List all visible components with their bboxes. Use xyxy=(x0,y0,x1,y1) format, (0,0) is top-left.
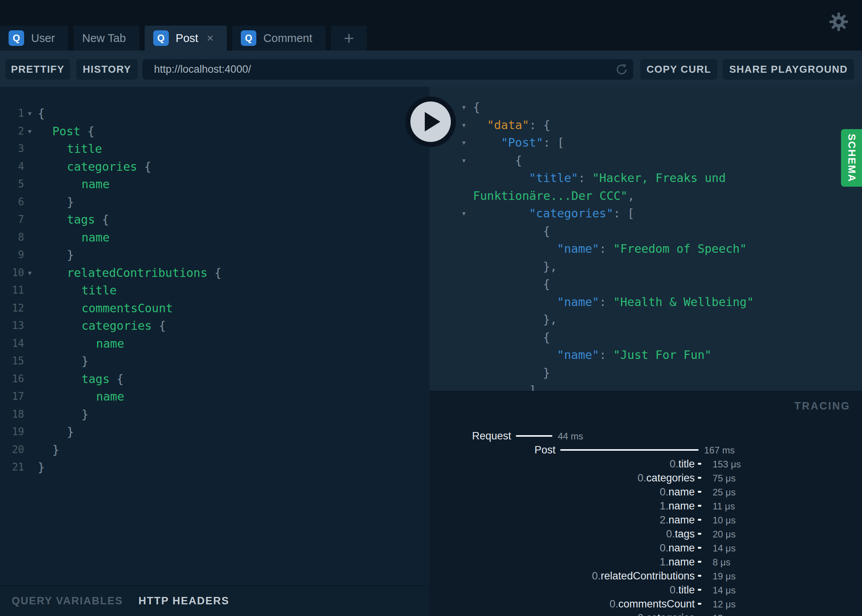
query-line: 19} xyxy=(0,423,429,441)
code-token: tags xyxy=(82,372,110,386)
response-line: Funktionäre...Der CCC", xyxy=(429,187,862,205)
code-token: { xyxy=(543,224,550,238)
operation-type-badge: Q xyxy=(153,30,169,46)
tracing-row: 1.name11 μs xyxy=(429,499,862,513)
fold-arrow-icon[interactable]: ▼ xyxy=(462,117,466,135)
tracing-label: Post xyxy=(429,443,555,457)
query-editor-lines: 1▼{2▼Post {3title4categories {5name6}7ta… xyxy=(0,87,429,476)
code-token: "name" xyxy=(557,242,599,256)
query-line: 8name xyxy=(0,229,429,247)
history-button[interactable]: HISTORY xyxy=(76,59,138,80)
fold-arrow-icon[interactable]: ▼ xyxy=(462,205,466,223)
settings-gear-icon[interactable] xyxy=(829,12,849,32)
code-token: ] xyxy=(529,383,536,391)
line-number: 16 xyxy=(0,370,24,388)
tracing-field-name: commentsCount xyxy=(618,598,695,610)
tracing-duration-dash xyxy=(698,561,701,563)
query-code: } xyxy=(0,441,429,459)
query-code: } xyxy=(0,352,429,370)
new-tab-button[interactable]: + xyxy=(331,26,367,51)
code-token: : xyxy=(599,242,613,256)
response-code: }, xyxy=(429,311,862,329)
tracing-field-name: relatedContributions xyxy=(601,570,695,582)
query-code: Post { xyxy=(0,122,429,140)
response-code: "categories": [ xyxy=(429,205,862,222)
tracing-row: Post167 ms xyxy=(429,443,862,457)
code-token: { xyxy=(110,372,124,386)
query-editor[interactable]: 1▼{2▼Post {3title4categories {5name6}7ta… xyxy=(0,87,429,585)
response-line: "name": "Health & Wellbeing" xyxy=(429,293,862,311)
query-variables-tab[interactable]: QUERY VARIABLES xyxy=(12,595,123,607)
query-line: 13categories { xyxy=(0,317,429,335)
response-code: "name": "Freedom of Speech" xyxy=(429,240,862,258)
code-token: { xyxy=(543,331,550,344)
http-headers-tab[interactable]: HTTP HEADERS xyxy=(138,595,230,607)
tracing-duration-bar xyxy=(560,449,699,451)
code-token: "name" xyxy=(557,348,599,362)
tab-user[interactable]: QUser xyxy=(0,26,68,51)
fold-arrow-icon[interactable]: ▼ xyxy=(462,99,466,117)
tracing-index-prefix: 1. xyxy=(660,556,669,568)
execute-button[interactable] xyxy=(405,96,456,147)
tracing-row: 0.name25 μs xyxy=(429,485,862,499)
line-number: 18 xyxy=(0,406,24,424)
fold-arrow-icon[interactable]: ▼ xyxy=(28,264,32,282)
tracing-label: 0.title xyxy=(429,583,695,597)
fold-arrow-icon[interactable]: ▼ xyxy=(28,123,32,141)
tracing-label: 1.name xyxy=(429,555,695,569)
response-code: Funktionäre...Der CCC", xyxy=(429,187,862,205)
tracing-row: 2.name10 μs xyxy=(429,513,862,527)
tracing-duration-dash xyxy=(698,519,701,521)
tracing-duration-value: 14 μs xyxy=(713,583,736,597)
close-tab-icon[interactable]: × xyxy=(207,32,214,45)
code-token: name xyxy=(96,337,124,350)
line-number: 7 xyxy=(0,211,24,229)
query-line: 15} xyxy=(0,352,429,370)
code-token: , xyxy=(627,189,634,203)
tab-comment[interactable]: QComment xyxy=(232,26,326,51)
query-code: title xyxy=(0,140,429,158)
tracing-label: 1.name xyxy=(429,499,695,513)
tracing-label: 0.categories xyxy=(429,611,695,616)
fold-arrow-icon[interactable]: ▼ xyxy=(462,152,466,170)
line-number: 4 xyxy=(0,158,24,176)
tab-new-tab[interactable]: New Tab xyxy=(74,26,139,51)
endpoint-input[interactable] xyxy=(142,59,633,80)
tracing-field-name: title xyxy=(678,458,695,470)
fold-arrow-icon[interactable]: ▼ xyxy=(462,134,466,152)
tracing-label: 0.name xyxy=(429,541,695,555)
code-token: } xyxy=(38,460,45,474)
graphql-playground-window: QUserNew TabQPost×QComment + PRETTIFY HI… xyxy=(0,0,862,616)
share-playground-button[interactable]: SHARE PLAYGROUND xyxy=(723,59,854,80)
tracing-label: 0.categories xyxy=(429,471,695,485)
tracing-duration-value: 153 μs xyxy=(713,457,741,471)
tracing-duration-dash xyxy=(698,505,701,507)
query-line: 18} xyxy=(0,406,429,424)
tracing-duration-bar xyxy=(516,435,552,437)
tracing-index-prefix: 0. xyxy=(610,598,618,610)
prettify-button[interactable]: PRETTIFY xyxy=(5,59,70,80)
reload-endpoint-icon[interactable] xyxy=(614,61,629,77)
tracing-row: Request44 ms xyxy=(429,429,862,443)
tracing-duration-value: 13 μs xyxy=(713,611,736,616)
query-code: tags { xyxy=(0,370,429,388)
response-code: { xyxy=(429,152,862,170)
copy-curl-button[interactable]: COPY CURL xyxy=(640,59,717,80)
query-line: 6} xyxy=(0,193,429,211)
tab-post[interactable]: QPost× xyxy=(145,26,227,51)
code-token: name xyxy=(82,231,110,244)
schema-tab[interactable]: SCHEMA xyxy=(841,129,862,187)
schema-tab-label: SCHEMA xyxy=(846,134,858,182)
code-token: "Freedom of Speech" xyxy=(613,242,747,256)
query-code: { xyxy=(0,105,429,122)
tracing-index-prefix: 0. xyxy=(666,528,675,540)
code-token: categories xyxy=(67,160,137,173)
response-code: }, xyxy=(429,258,862,276)
code-token: } xyxy=(67,248,74,262)
tracing-rows: Request44 msPost167 ms0.title153 μs0.cat… xyxy=(429,392,862,616)
fold-arrow-icon[interactable]: ▼ xyxy=(28,105,32,123)
query-code: title xyxy=(0,282,429,299)
response-code: "name": "Health & Wellbeing" xyxy=(429,293,862,311)
tracing-duration-dash xyxy=(698,491,701,493)
line-number: 6 xyxy=(0,193,24,211)
